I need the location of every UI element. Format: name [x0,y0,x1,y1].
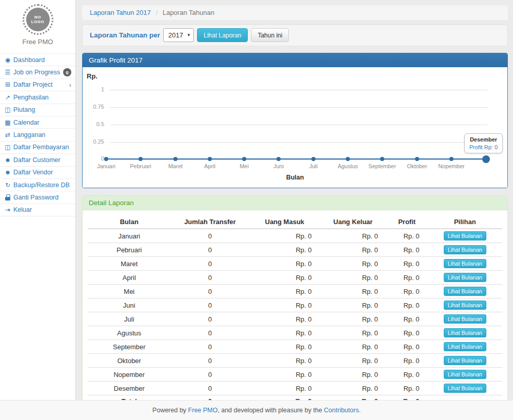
cell-jumlah-transfer: 0 [171,298,250,312]
lihat-bulanan-button[interactable]: Lihat Bulanan [444,370,486,379]
cell-bulan: Januari [88,229,171,243]
chart-point[interactable] [104,157,108,161]
cell-jumlah-transfer: 0 [171,312,250,326]
footer-text: Powered by Free PMO, and developed with … [152,407,361,414]
lihat-bulanan-button[interactable]: Lihat Bulanan [444,259,486,268]
chart-point[interactable] [346,157,350,161]
sidebar-item-job-on-progress[interactable]: ☰ Job on Progress 0 [0,66,75,78]
cell-uang-masuk: Rp. 0 [249,298,320,312]
cell-jumlah-transfer: 0 [171,340,250,354]
table-header-row: Bulan Jumlah Transfer Uang Masuk Uang Ke… [88,215,502,229]
gridline [110,90,487,90]
chart-point[interactable] [380,157,384,161]
sidebar-item-label: Langganan [13,131,71,138]
table-row: Juni 0 Rp. 0 Rp. 0 Rp. 0 Lihat Bulanan [88,298,502,312]
profit-chart-panel: Grafik Profit 2017 Rp. 1 0.75 0.5 0.25 0 [82,53,508,188]
toolbar-label: Laporan Tahunan per [90,31,160,39]
sidebar-item-keluar[interactable]: ⇥ Keluar [0,204,75,216]
chart-point[interactable] [277,157,281,161]
y-tick-label: 0.75 [83,104,104,110]
cell-bulan: Maret [88,257,171,271]
x-axis-label: April [204,163,215,169]
calendar-icon: ▦ [4,119,12,126]
sidebar-item-piutang[interactable]: ◫ Piutang [0,104,75,116]
logo-box: NO LOGO Free PMO [0,0,75,49]
chart-point[interactable] [208,157,212,161]
profit-line-chart: Rp. 1 0.75 0.5 0.25 0 [83,67,507,188]
cell-profit: Rp. 0 [386,326,428,340]
sidebar-item-label: Daftar Vendor [13,169,71,176]
sign-out-icon: ⇥ [4,206,12,213]
chart-point[interactable] [415,157,419,161]
chevron-left-icon: ‹ [69,81,71,89]
sidebar-item-dashboard[interactable]: ◉ Dashboard [0,54,75,66]
dashboard-icon: ◉ [4,56,12,64]
sidebar-item-daftar-project[interactable]: ⊞ Daftar Project ‹ [0,79,75,91]
tasks-icon: ☰ [4,69,12,76]
cell-bulan: Agustus [88,326,171,340]
sidebar-item-label: Daftar Customer [13,156,71,164]
cell-uang-masuk: Rp. 0 [249,229,320,243]
footer-link-free-pmo[interactable]: Free PMO [188,407,218,414]
cell-bulan: Nopember [88,368,171,382]
table-row: Nopember 0 Rp. 0 Rp. 0 Rp. 0 Lihat Bulan… [88,368,502,382]
cell-uang-keluar: Rp. 0 [320,243,386,257]
footer-powered-prefix: Powered by [152,407,188,414]
chart-point[interactable] [139,157,143,161]
sidebar-item-daftar-pembayaran[interactable]: ◫ Daftar Pembayaran [0,142,75,154]
footer-link-contributors[interactable]: Contributors. [324,407,361,414]
sidebar-item-ganti-password[interactable]: Ganti Password [0,191,75,204]
lihat-bulanan-button[interactable]: Lihat Bulanan [444,328,486,337]
cell-uang-keluar: Rp. 0 [320,257,386,271]
main-content: Laporan Tahun 2017 / Laporan Tahunan Lap… [76,0,513,400]
cell-bulan: Mei [88,285,171,298]
lihat-laporan-button[interactable]: Lihat Laporan [197,28,248,42]
table-row: Maret 0 Rp. 0 Rp. 0 Rp. 0 Lihat Bulanan [88,257,502,271]
y-tick-label: 0.25 [83,138,104,145]
lihat-bulanan-button[interactable]: Lihat Bulanan [444,301,486,310]
col-uang-masuk: Uang Masuk [249,215,320,229]
lihat-bulanan-button[interactable]: Lihat Bulanan [444,245,486,254]
lihat-bulanan-button[interactable]: Lihat Bulanan [444,273,486,282]
money-icon: ◫ [4,144,12,151]
chart-point[interactable] [449,157,453,161]
tahun-ini-button[interactable]: Tahun ini [251,28,289,42]
sidebar-item-daftar-vendor[interactable]: ☻ Daftar Vendor [0,167,75,179]
sidebar-item-backup-restore-db[interactable]: ↻ Backup/Restore DB [0,179,75,191]
sidebar-item-calendar[interactable]: ▦ Calendar [0,116,75,129]
col-bulan: Bulan [88,215,171,229]
year-select[interactable]: 2017 [163,28,194,42]
line-chart-icon: ↗ [4,94,12,101]
cell-uang-keluar: Rp. 0 [320,326,386,340]
lihat-bulanan-button[interactable]: Lihat Bulanan [444,356,486,365]
lihat-bulanan-button[interactable]: Lihat Bulanan [444,384,486,393]
sidebar-item-penghasilan[interactable]: ↗ Penghasilan [0,91,75,104]
year-select-wrap: 2017 ▼ [163,28,194,42]
lihat-bulanan-button[interactable]: Lihat Bulanan [444,231,486,241]
cell-uang-keluar: Rp. 0 [320,368,386,382]
cell-profit: Rp. 0 [386,382,428,395]
chart-point[interactable] [242,157,246,161]
lock-icon [4,194,12,201]
chart-point-active[interactable] [482,155,490,163]
tooltip-value: Profit Rp: 0 [469,144,498,150]
gridline [110,159,487,160]
sidebar-item-langganan[interactable]: ⇄ Langganan [0,129,75,141]
table-row: Oktober 0 Rp. 0 Rp. 0 Rp. 0 Lihat Bulana… [88,354,502,368]
lihat-bulanan-button[interactable]: Lihat Bulanan [444,342,486,351]
sidebar-item-daftar-customer[interactable]: ☻ Daftar Customer [0,154,75,166]
lihat-bulanan-button[interactable]: Lihat Bulanan [444,287,486,296]
table-row: Juli 0 Rp. 0 Rp. 0 Rp. 0 Lihat Bulanan [88,312,502,326]
breadcrumb-link-laporan-tahun[interactable]: Laporan Tahun 2017 [90,9,151,16]
chart-point[interactable] [173,157,177,161]
table-row: Agustus 0 Rp. 0 Rp. 0 Rp. 0 Lihat Bulana… [88,326,502,340]
cell-bulan: September [88,340,171,354]
chart-point[interactable] [311,157,315,161]
lihat-bulanan-button[interactable]: Lihat Bulanan [444,314,486,324]
x-axis-label: Pebruari [130,163,151,169]
table-icon: ⊞ [4,81,12,88]
gridline [110,142,487,143]
cell-jumlah-transfer: 0 [171,326,250,340]
sidebar: NO LOGO Free PMO ◉ Dashboard ☰ Job on Pr… [0,0,76,400]
cell-jumlah-transfer: 0 [171,257,250,271]
